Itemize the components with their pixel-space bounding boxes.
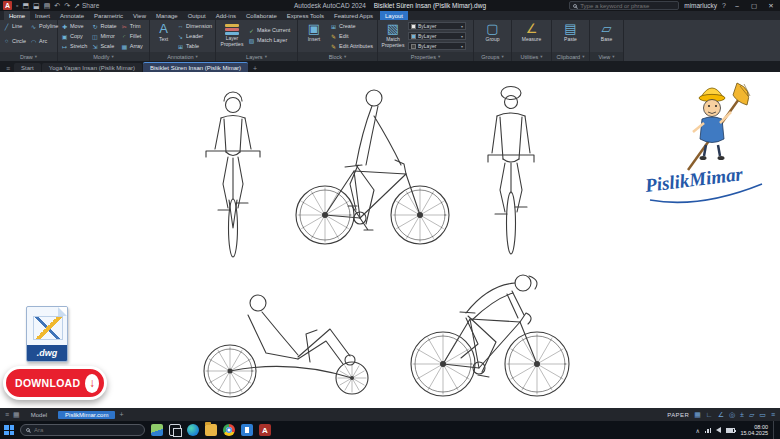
network-icon[interactable] bbox=[705, 428, 712, 433]
taskbar-autocad-icon[interactable]: A bbox=[259, 424, 271, 436]
panel-label-draw[interactable]: Draw bbox=[0, 52, 57, 61]
panel-label-groups[interactable]: Groups bbox=[474, 52, 511, 61]
tab-start[interactable]: Start bbox=[14, 63, 41, 72]
new-drawing-button[interactable]: + bbox=[249, 65, 261, 72]
panel-label-layers[interactable]: Layers bbox=[216, 52, 297, 61]
share-button[interactable]: ↗ Share bbox=[74, 1, 99, 10]
tab-bisiklet-suren-insan[interactable]: Bisiklet Süren Insan (Pislik Mimar) bbox=[143, 62, 248, 72]
tab-manage[interactable]: Manage bbox=[151, 11, 183, 20]
taskbar-edge-icon[interactable] bbox=[187, 424, 199, 436]
download-button[interactable]: DOWNLOAD ↓ bbox=[3, 366, 107, 400]
panel-label-clipboard[interactable]: Clipboard bbox=[552, 52, 589, 61]
grid-display-icon[interactable]: ▦ bbox=[694, 411, 701, 419]
redo-icon[interactable]: ↷ bbox=[64, 1, 70, 10]
help-search[interactable] bbox=[569, 1, 679, 10]
new-layout-button[interactable]: + bbox=[119, 411, 123, 418]
battery-icon[interactable] bbox=[726, 428, 735, 433]
base-button[interactable]: ▱ Base bbox=[594, 21, 620, 51]
layer-properties-button[interactable]: Layer Properties bbox=[219, 21, 245, 47]
task-view-icon[interactable] bbox=[169, 424, 181, 436]
layout-grid-icon[interactable]: ▦ bbox=[13, 411, 20, 419]
move-button[interactable]: ✚ Move bbox=[61, 21, 87, 31]
open-file-icon[interactable]: ⬒ bbox=[22, 1, 29, 10]
panel-label-properties[interactable]: Properties bbox=[378, 52, 473, 61]
autocad-logo-icon[interactable]: A bbox=[3, 1, 12, 10]
taskbar-chrome-icon[interactable] bbox=[223, 424, 235, 436]
annotation-scale-icon[interactable]: ▱ bbox=[749, 411, 754, 419]
workspace-icon[interactable]: ▭ bbox=[759, 411, 766, 419]
polyline-button[interactable]: ∿ Polyline bbox=[30, 21, 58, 31]
rotate-button[interactable]: ↻ Rotate bbox=[91, 21, 116, 31]
help-icon[interactable]: ? bbox=[722, 1, 726, 10]
make-current-button[interactable]: ✓ Make Current bbox=[248, 25, 290, 35]
tray-expand-icon[interactable]: ∧ bbox=[696, 427, 700, 434]
panel-label-view[interactable]: View bbox=[590, 52, 623, 61]
panel-label-modify[interactable]: Modify bbox=[58, 52, 149, 61]
tab-layout[interactable]: Layout bbox=[380, 11, 408, 20]
taskbar-clock[interactable]: 08:00 15.04.2025 bbox=[740, 424, 768, 437]
line-button[interactable]: ╱ Line bbox=[3, 21, 26, 31]
tab-featured-apps[interactable]: Featured Apps bbox=[329, 11, 378, 20]
save-icon[interactable]: ⬓ bbox=[33, 1, 40, 10]
paste-button[interactable]: ▤ Paste bbox=[558, 21, 584, 51]
edit-block-button[interactable]: ✎ Edit bbox=[330, 31, 373, 41]
start-button[interactable] bbox=[4, 425, 14, 435]
match-layer-button[interactable]: ▧ Match Layer bbox=[248, 35, 290, 45]
tab-home[interactable]: Home bbox=[4, 11, 30, 20]
arc-button[interactable]: ◠ Arc bbox=[30, 36, 58, 46]
panel-label-utilities[interactable]: Utilities bbox=[512, 52, 551, 61]
tab-annotate[interactable]: Annotate bbox=[55, 11, 89, 20]
edit-attributes-button[interactable]: ✎ Edit Attributes bbox=[330, 41, 373, 51]
taskbar-search[interactable] bbox=[20, 424, 145, 436]
dimension-button[interactable]: ↔ Dimension bbox=[177, 21, 212, 31]
lineweight-dropdown[interactable]: ByLayer ▾ bbox=[408, 42, 466, 50]
close-button[interactable]: ✕ bbox=[765, 2, 777, 10]
fillet-button[interactable]: ◜ Fillet bbox=[121, 31, 146, 41]
account-button[interactable]: mimarlucky bbox=[684, 2, 717, 9]
object-snap-icon[interactable]: ◎ bbox=[729, 411, 735, 419]
polar-tracking-icon[interactable]: ∠ bbox=[718, 411, 724, 419]
tab-view[interactable]: View bbox=[128, 11, 151, 20]
insert-button[interactable]: ▣ Insert bbox=[301, 21, 327, 42]
tab-yoga-yapan-insan[interactable]: Yoga Yapan Insan (Pislik Mimar) bbox=[42, 63, 142, 72]
minimize-button[interactable]: – bbox=[731, 2, 743, 9]
table-button[interactable]: ⊞ Table bbox=[177, 41, 212, 51]
maximize-button[interactable]: ▢ bbox=[748, 2, 760, 10]
array-button[interactable]: ▦ Array bbox=[121, 41, 146, 51]
tab-addins[interactable]: Add-ins bbox=[211, 11, 241, 20]
taskbar-search-input[interactable] bbox=[34, 427, 139, 433]
stretch-button[interactable]: ↦ Stretch bbox=[61, 41, 87, 51]
taskbar-widgets-icon[interactable] bbox=[151, 424, 163, 436]
show-desktop-button[interactable] bbox=[773, 421, 776, 439]
copy-button[interactable]: ▣ Copy bbox=[61, 31, 87, 41]
measure-button[interactable]: ∠ Measure bbox=[519, 21, 545, 51]
model-tab[interactable]: Model bbox=[24, 411, 54, 419]
color-dropdown[interactable]: ByLayer ▾ bbox=[408, 22, 466, 30]
group-button[interactable]: ▢ Group bbox=[480, 21, 506, 51]
text-button[interactable]: A Text bbox=[153, 21, 174, 42]
match-properties-button[interactable]: ▧ Match Properties bbox=[381, 21, 405, 48]
taskbar-file-explorer-icon[interactable] bbox=[205, 424, 217, 436]
tab-collaborate[interactable]: Collaborate bbox=[241, 11, 282, 20]
panel-label-block[interactable]: Block bbox=[298, 52, 377, 61]
circle-button[interactable]: ○ Circle bbox=[3, 36, 26, 46]
help-search-input[interactable] bbox=[580, 3, 675, 9]
paper-space-indicator[interactable]: PAPER bbox=[667, 412, 689, 418]
new-file-icon[interactable]: ▫ bbox=[16, 1, 18, 10]
file-tabs-menu-icon[interactable]: ≡ bbox=[3, 65, 13, 72]
leader-button[interactable]: ↘ Leader bbox=[177, 31, 212, 41]
tab-express-tools[interactable]: Express Tools bbox=[282, 11, 329, 20]
taskbar-store-icon[interactable] bbox=[241, 424, 253, 436]
dynamic-input-icon[interactable]: ± bbox=[740, 411, 744, 418]
trim-button[interactable]: ✂ Trim bbox=[121, 21, 146, 31]
ortho-icon[interactable]: ∟ bbox=[706, 411, 713, 418]
layout-tab-pislikmimar[interactable]: PislikMimar.com bbox=[58, 411, 115, 419]
linetype-dropdown[interactable]: ByLayer ▾ bbox=[408, 32, 466, 40]
scale-button[interactable]: ⇲ Scale bbox=[91, 41, 116, 51]
mirror-button[interactable]: ◫ Mirror bbox=[91, 31, 116, 41]
plot-icon[interactable]: ▤ bbox=[44, 1, 51, 10]
undo-icon[interactable]: ↶ bbox=[54, 1, 60, 10]
panel-label-annotation[interactable]: Annotation bbox=[150, 52, 215, 61]
layout-menu-icon[interactable]: ≡ bbox=[5, 411, 9, 418]
volume-icon[interactable] bbox=[716, 427, 721, 433]
